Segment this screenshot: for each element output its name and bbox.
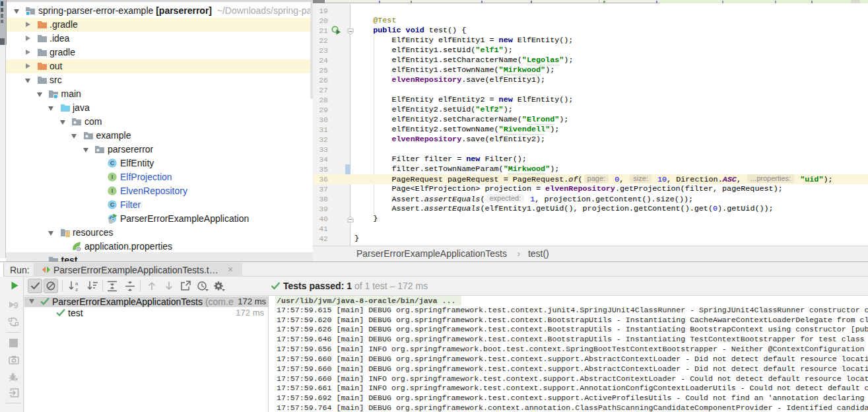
svg-text:I: I: [112, 174, 114, 180]
svg-text:z: z: [75, 287, 78, 292]
svg-text:9: 9: [13, 300, 18, 310]
svg-text:C: C: [110, 160, 115, 166]
svg-text:I: I: [112, 188, 114, 194]
svg-text:C: C: [110, 201, 115, 208]
svg-text:a: a: [75, 281, 79, 287]
